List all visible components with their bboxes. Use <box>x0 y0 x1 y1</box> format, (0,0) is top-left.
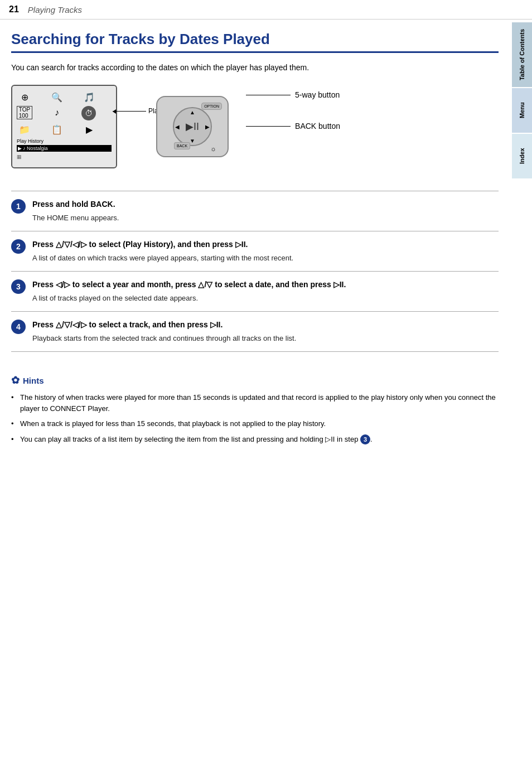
controller-area: OPTION ▲ ▼ ◀ ▶ ▶II BACK ☼ 5-way button <box>156 96 229 157</box>
dpad-left: ◀ <box>175 124 180 130</box>
hints-section: ✿ Hints The history of when tracks were … <box>11 369 499 444</box>
step-4: 4 Press △/▽/◁/▷ to select a track, and t… <box>11 311 499 352</box>
annotation-line <box>113 111 146 112</box>
nostalgia-item: ▶♪ Nostalgia <box>17 145 112 152</box>
controller-wheel: ☼ <box>210 145 216 153</box>
screen-icon-2: 🔍 <box>49 90 65 104</box>
controller-annotations: 5-way button BACK button <box>246 90 340 144</box>
hint-1: The history of when tracks were played f… <box>11 392 499 414</box>
screen-icon-3: 🎵 <box>81 90 97 104</box>
tab-index[interactable]: Index <box>512 134 532 178</box>
5way-annotation: 5-way button <box>246 90 340 99</box>
hints-title: ✿ Hints <box>11 374 499 386</box>
step-3-instruction: Press ◁/▷ to select a year and month, pr… <box>32 279 499 291</box>
screen-icon-1: ⊕ <box>17 90 32 104</box>
step-1-instruction: Press and hold BACK. <box>32 199 499 210</box>
play-pause-button: ▶II <box>186 120 199 133</box>
screen-icon-list: 📋 <box>49 123 65 136</box>
intro-text: You can search for tracks according to t… <box>11 62 499 74</box>
dpad-down: ▼ <box>190 138 195 144</box>
hints-list: The history of when tracks were played f… <box>11 392 499 444</box>
hints-icon: ✿ <box>11 374 20 386</box>
step-4-description: Playback starts from the selected track … <box>32 333 499 344</box>
page-title: Playing Tracks <box>28 5 82 14</box>
page-header: 21 Playing Tracks <box>0 0 532 20</box>
steps-container: 1 Press and hold BACK. The HOME menu app… <box>11 191 499 352</box>
step-3-number: 3 <box>11 279 26 294</box>
step-3-description: A list of tracks played on the selected … <box>32 293 499 304</box>
page-number: 21 <box>9 4 19 14</box>
step-4-instruction: Press △/▽/◁/▷ to select a track, and the… <box>32 320 499 331</box>
dpad-up: ▲ <box>190 109 195 115</box>
screen-icon-grid-2: TOP100 ♪ ⏱ <box>17 106 112 120</box>
screen-icon-folder: 📁 <box>17 123 32 136</box>
screen-icon-grid: ⊕ 🔍 🎵 <box>17 90 112 104</box>
step-1: 1 Press and hold BACK. The HOME menu app… <box>11 191 499 231</box>
section-title: Searching for Tracks by Dates Played <box>11 31 499 53</box>
ann-line-5way <box>246 95 291 95</box>
step-1-description: The HOME menu appears. <box>32 212 499 224</box>
step-3: 3 Press ◁/▷ to select a year and month, … <box>11 271 499 311</box>
main-content: Searching for Tracks by Dates Played You… <box>0 31 510 460</box>
step-2-description: A list of dates on which tracks were pla… <box>32 253 499 264</box>
step-4-content: Press △/▽/◁/▷ to select a track, and the… <box>32 320 499 344</box>
step-3-content: Press ◁/▷ to select a year and month, pr… <box>32 279 499 303</box>
player-screen: ⊕ 🔍 🎵 TOP100 ♪ ⏱ 📁 📋 ▶ Play History <box>11 85 117 168</box>
step-2-instruction: Press △/▽/◁/▷ to select (Play History), … <box>32 239 499 250</box>
controller-dpad: ▲ ▼ ◀ ▶ ▶II <box>173 107 212 146</box>
step-4-number: 4 <box>11 320 26 334</box>
step-1-content: Press and hold BACK. The HOME menu appea… <box>32 199 499 223</box>
step-badge-3: 3 <box>360 434 370 444</box>
dpad-right: ▶ <box>205 124 210 130</box>
screen-icon-grid-3: 📁 📋 ▶ <box>17 123 112 136</box>
ann-line-back <box>246 126 291 127</box>
screen-icon-top100: TOP100 <box>17 106 32 119</box>
step-2-number: 2 <box>11 239 26 254</box>
screen-icon-history-highlight: ⏱ <box>81 106 96 120</box>
hint-3: You can play all tracks of a list item b… <box>11 434 499 445</box>
step-2-content: Press △/▽/◁/▷ to select (Play History), … <box>32 239 499 263</box>
tab-table-of-contents[interactable]: Table of Contents <box>512 22 532 87</box>
back-annotation: BACK button <box>246 122 340 130</box>
step-1-number: 1 <box>11 199 26 214</box>
option-button: OPTION <box>201 103 222 110</box>
player-illustration: ⊕ 🔍 🎵 TOP100 ♪ ⏱ 📁 📋 ▶ Play History <box>11 85 123 174</box>
back-button-label: BACK <box>174 142 190 149</box>
tab-menu[interactable]: Menu <box>512 88 532 133</box>
sidebar-tabs: Table of Contents Menu Index <box>512 0 532 764</box>
play-history-label: Play History <box>17 138 112 144</box>
screen-icon-play-list: ▶ <box>81 123 97 136</box>
hint-2: When a track is played for less than 15 … <box>11 418 499 429</box>
screen-icon-music: ♪ <box>49 106 65 119</box>
controller-body: OPTION ▲ ▼ ◀ ▶ ▶II BACK ☼ <box>156 96 229 157</box>
diagram-area: ⊕ 🔍 🎵 TOP100 ♪ ⏱ 📁 📋 ▶ Play History <box>11 85 499 174</box>
step-2: 2 Press △/▽/◁/▷ to select (Play History)… <box>11 231 499 271</box>
